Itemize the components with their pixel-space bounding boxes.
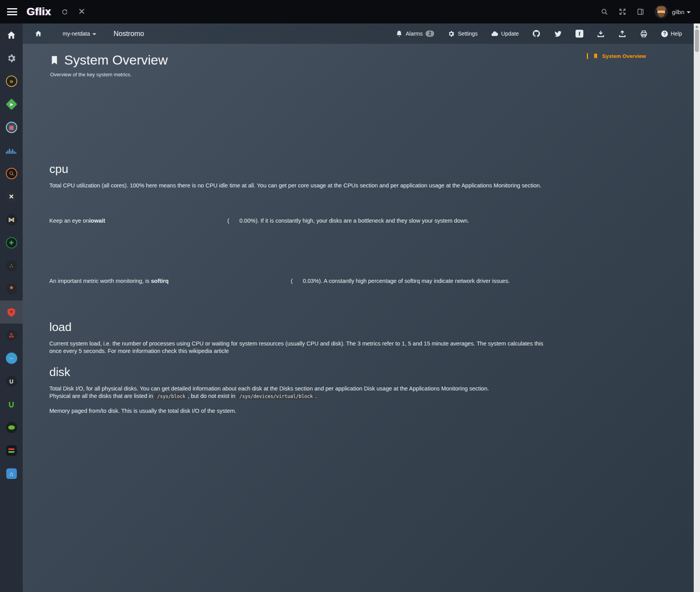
code-sys-devices-virtual-block: /sys/devices/virtual/block xyxy=(237,393,315,400)
app-icon-screenshot-app[interactable]: ▣ xyxy=(0,116,23,139)
hamburger-menu-icon[interactable] xyxy=(7,8,17,15)
settings-button[interactable]: Settings xyxy=(447,30,478,38)
code-sys-block: /sys/block xyxy=(155,393,188,400)
user-avatar[interactable] xyxy=(655,5,668,18)
hostname-label: Nostromo xyxy=(114,30,144,38)
app-icon-netdata[interactable] xyxy=(0,300,23,324)
app-icon-castle-app[interactable]: ⌂ xyxy=(0,462,23,485)
nav-group-system-overview[interactable]: System Overview xyxy=(587,53,694,59)
section-heading-load: load xyxy=(49,320,587,334)
username-menu[interactable]: gilbn xyxy=(672,9,691,15)
app-icon-bowtie-app[interactable]: ⋈ xyxy=(0,208,23,231)
fullscreen-icon[interactable] xyxy=(619,8,626,16)
github-icon[interactable] xyxy=(532,29,541,38)
right-nav: System Overview xyxy=(587,44,694,592)
cpu-description: Total CPU utilization (all cores). 100% … xyxy=(49,182,554,190)
bookstack-icon[interactable] xyxy=(637,8,644,16)
server-dropdown[interactable]: my-netdata xyxy=(63,31,96,37)
app-icon-u-cube-app[interactable]: U xyxy=(0,370,23,393)
search-icon[interactable] xyxy=(601,8,608,16)
app-icon-green-u-app[interactable]: ∪ xyxy=(0,393,23,416)
gear-icon xyxy=(447,30,455,38)
scrollbar-thumb[interactable] xyxy=(695,29,699,52)
app-icon-emby[interactable]: ▶ xyxy=(0,93,23,116)
download-icon[interactable] xyxy=(597,30,605,38)
app-icon-settings-gear[interactable] xyxy=(0,47,23,70)
section-heading-cpu: cpu xyxy=(49,162,587,176)
section-heading-disk: disk xyxy=(49,365,587,379)
upload-icon[interactable] xyxy=(618,30,626,38)
help-button[interactable]: ? Help xyxy=(661,31,682,37)
search-icon xyxy=(9,171,14,176)
left-sidebar: »▶▣✕⋈✚∴*◦◦◦U∪⌂ xyxy=(0,23,23,592)
bookmark-icon xyxy=(49,55,60,65)
app-icon-red-cubes-app[interactable] xyxy=(0,324,23,347)
page-subtitle: Overview of the key system metrics. xyxy=(50,72,587,77)
app-icon-x-wing-app[interactable]: ✕ xyxy=(0,185,23,208)
scrollbar-up-arrow[interactable] xyxy=(695,25,698,28)
update-button[interactable]: Update xyxy=(491,30,519,38)
app-logo[interactable]: Gflix xyxy=(27,6,51,18)
alarms-count-badge: 2 xyxy=(426,31,435,37)
softirq-sparkline xyxy=(171,252,289,310)
app-icon-plex[interactable]: » xyxy=(0,70,23,93)
facebook-icon[interactable]: f xyxy=(576,30,583,38)
page-title: System Overview xyxy=(64,52,168,68)
app-icon-diskover[interactable] xyxy=(0,162,23,185)
disk-description: Total Disk I/O, for all physical disks. … xyxy=(49,385,554,400)
home-icon[interactable] xyxy=(34,30,42,38)
print-icon[interactable] xyxy=(640,30,648,38)
alarms-button[interactable]: Alarms 2 xyxy=(395,30,434,38)
app-icon-monitorr[interactable] xyxy=(0,439,23,462)
page-scrollbar[interactable] xyxy=(694,23,700,592)
bell-icon xyxy=(395,30,403,38)
iowait-sparkline xyxy=(108,191,225,250)
twitter-icon[interactable] xyxy=(554,30,562,38)
app-icon-airsonic[interactable] xyxy=(0,139,23,162)
home-icon xyxy=(6,30,16,40)
pgpgio-description: Memory paged from/to disk. This is usual… xyxy=(49,407,554,415)
bookmark-icon xyxy=(593,53,599,59)
softirq-note: An important metric worth monitoring, is… xyxy=(49,252,587,310)
refresh-icon[interactable] xyxy=(61,9,68,15)
netdata-header-bar: my-netdata Nostromo Alarms 2 Settings Up… xyxy=(23,23,694,44)
app-icon-home[interactable] xyxy=(0,23,23,47)
cloud-icon xyxy=(491,30,498,38)
chevron-down-icon xyxy=(687,11,691,13)
top-app-bar: Gflix ✕ gilbn xyxy=(0,0,700,23)
question-circle-icon: ? xyxy=(661,31,668,37)
app-icon-orange-gear-app[interactable]: * xyxy=(0,277,23,300)
close-icon[interactable]: ✕ xyxy=(78,7,85,16)
chevron-down-icon xyxy=(92,33,96,35)
load-description: Current system load, i.e. the number of … xyxy=(49,340,554,355)
gauges-row xyxy=(49,84,587,152)
app-icon-green-emblem-app[interactable]: ✚ xyxy=(0,231,23,254)
app-icon-turtle-app[interactable] xyxy=(0,416,23,439)
app-icon-blue-dots-app[interactable]: ◦◦◦ xyxy=(0,347,23,370)
iowait-note: Keep an eye on iowait (0.00%). If it is … xyxy=(49,191,587,250)
app-icon-molecule-app[interactable]: ∴ xyxy=(0,254,23,277)
gear-icon xyxy=(6,53,16,63)
